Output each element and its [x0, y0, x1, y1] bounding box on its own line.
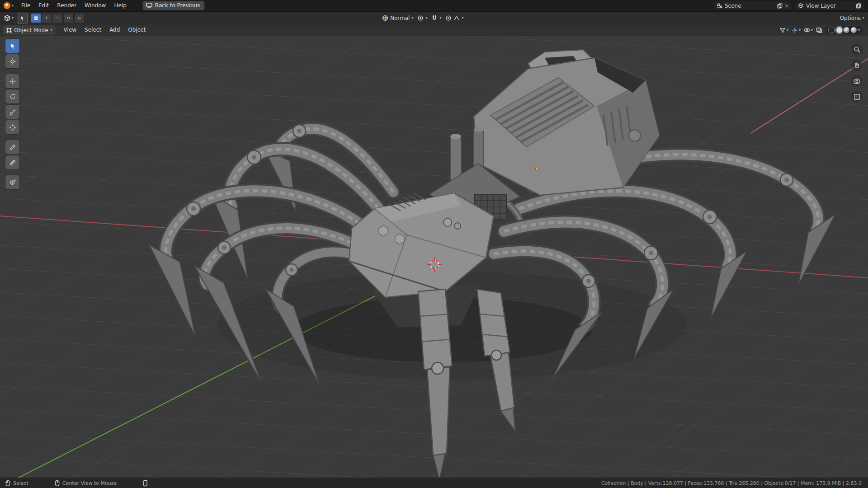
- tool-rotate[interactable]: [5, 89, 19, 103]
- tool-add-cube[interactable]: [5, 175, 19, 189]
- menu-window[interactable]: Window: [80, 0, 110, 11]
- shading-wireframe-button[interactable]: [828, 27, 835, 33]
- hint-center-view: Center View to Mouse: [55, 480, 117, 487]
- select-box-icon: [9, 42, 16, 50]
- options-dropdown[interactable]: Options ▾: [840, 15, 864, 21]
- new-view-layer-icon[interactable]: [856, 3, 861, 9]
- tool-scale[interactable]: [5, 105, 19, 119]
- tool-transform[interactable]: [5, 120, 19, 134]
- hint-center-view-label: Center View to Mouse: [62, 480, 117, 486]
- chevron-down-icon: ▾: [462, 16, 463, 20]
- chevron-down-icon: ▾: [411, 16, 413, 20]
- toolbar-separator: [5, 171, 19, 174]
- object-mode-icon: [6, 28, 12, 33]
- select-mode-subtract[interactable]: −: [52, 13, 63, 23]
- hint-tablet: [143, 480, 148, 487]
- blender-window: { "topbar": { "menus": [ {"label": "File…: [0, 0, 868, 488]
- menu-render[interactable]: Render: [53, 0, 80, 11]
- chevron-down-icon: ▾: [51, 28, 52, 32]
- tablet-icon: [143, 480, 148, 487]
- chevron-down-icon: ▾: [425, 16, 427, 20]
- tool-select-box[interactable]: [5, 39, 19, 53]
- zoom-button[interactable]: [851, 43, 863, 55]
- object-visibility-dropdown[interactable]: ▾: [779, 27, 788, 33]
- camera-view-button[interactable]: [851, 75, 863, 87]
- transform-orientation-dropdown[interactable]: Normal ▾: [382, 15, 413, 21]
- menu-help[interactable]: Help: [110, 0, 130, 11]
- hint-select-label: Select: [13, 480, 28, 486]
- view-layer-icon: [798, 3, 804, 9]
- perspective-toggle-button[interactable]: [851, 91, 863, 103]
- back-button-label: Back to Previous: [155, 2, 200, 9]
- new-scene-icon[interactable]: [777, 3, 783, 9]
- tool-settings-bar: ▾ ▦ + − ↔ ∩ Normal ▾ ▾: [0, 12, 868, 24]
- shading-material-button[interactable]: [844, 27, 849, 33]
- chevron-down-icon: ▾: [863, 16, 864, 20]
- snap-toggle[interactable]: ▾: [431, 15, 441, 21]
- tool-cursor[interactable]: [5, 54, 19, 68]
- viewport-header-right: ▾ ▾ ▾ ▾: [779, 26, 865, 34]
- spider-mech-model[interactable]: [149, 50, 835, 480]
- viewport-header: Object Mode ▾ View Select Add Object ▾ ▾…: [0, 24, 868, 36]
- view-layer-selector[interactable]: View Layer: [795, 1, 864, 11]
- ortho-grid-icon: [853, 93, 861, 101]
- topbar-right-group: Scene × View Layer: [713, 1, 868, 11]
- orientation-globe-icon: [382, 15, 388, 21]
- select-mode-extend[interactable]: +: [42, 13, 52, 23]
- viewport-menu-select[interactable]: Select: [80, 24, 105, 36]
- pivot-point-dropdown[interactable]: ▾: [417, 15, 427, 21]
- magnet-icon: [431, 15, 438, 21]
- chevron-down-icon: ▾: [811, 28, 813, 32]
- viewport-canvas[interactable]: [0, 0, 868, 488]
- editor-type-button[interactable]: ▾: [4, 14, 14, 22]
- shading-rendered-button[interactable]: [851, 27, 857, 33]
- shading-solid-button[interactable]: [836, 27, 842, 33]
- select-mode-new[interactable]: ▦: [31, 13, 41, 23]
- gizmo-toggle[interactable]: ▾: [792, 27, 801, 33]
- pan-button[interactable]: [851, 59, 863, 71]
- mech-turret-body: [474, 50, 659, 195]
- tool-settings-left: ▾ ▦ + − ↔ ∩: [4, 13, 85, 23]
- gizmo-icon: [792, 27, 798, 33]
- visibility-filter-icon: [779, 27, 786, 33]
- blender-menu-button[interactable]: ▾: [0, 2, 17, 9]
- 3d-viewport[interactable]: [0, 0, 868, 488]
- tool-move[interactable]: [5, 74, 19, 88]
- unlink-scene-icon[interactable]: ×: [784, 3, 789, 9]
- falloff-curve-icon: [453, 15, 460, 21]
- select-mode-invert[interactable]: ↔: [63, 13, 74, 23]
- annotate-pencil-icon: [9, 144, 16, 151]
- status-bar: Select Center View to Mouse Collection |…: [0, 478, 868, 488]
- viewport-menu-object[interactable]: Object: [124, 24, 150, 36]
- scene-selector[interactable]: Scene ×: [713, 1, 792, 11]
- view-layer-name: View Layer: [806, 3, 836, 9]
- viewport-menu-add[interactable]: Add: [105, 24, 124, 36]
- mode-label: Object Mode: [14, 27, 48, 33]
- workspace-icon: [146, 3, 152, 8]
- menu-file[interactable]: File: [17, 0, 34, 11]
- chevron-down-icon: ▾: [439, 16, 441, 20]
- back-to-previous-button[interactable]: Back to Previous: [142, 1, 205, 10]
- editor-3d-viewport-icon: [4, 14, 11, 22]
- object-origin-dot: [536, 167, 539, 170]
- select-mode-intersect[interactable]: ∩: [74, 13, 85, 23]
- tool-measure[interactable]: [5, 155, 19, 169]
- pivot-icon: [417, 15, 424, 21]
- viewport-menu-view[interactable]: View: [60, 24, 80, 36]
- xray-toggle-icon[interactable]: [816, 27, 822, 33]
- camera-icon: [853, 77, 861, 85]
- tool-annotate[interactable]: [5, 140, 19, 154]
- top-menu-bar: ▾ File Edit Render Window Help Back to P…: [0, 0, 868, 12]
- overlays-icon: [804, 27, 810, 33]
- proportional-editing-toggle[interactable]: ▾: [445, 15, 463, 21]
- overlays-toggle[interactable]: ▾: [804, 27, 813, 33]
- mode-selector[interactable]: Object Mode ▾: [3, 25, 56, 35]
- active-tool-indicator[interactable]: [17, 13, 28, 23]
- shading-mode-group: ▾: [826, 26, 863, 34]
- menu-edit[interactable]: Edit: [34, 0, 53, 11]
- hand-icon: [853, 61, 861, 69]
- leg-front-center-1: [418, 289, 452, 480]
- chevron-down-icon: ▾: [858, 28, 860, 32]
- chevron-down-icon: ▾: [787, 28, 788, 32]
- cursor-icon: [9, 58, 16, 65]
